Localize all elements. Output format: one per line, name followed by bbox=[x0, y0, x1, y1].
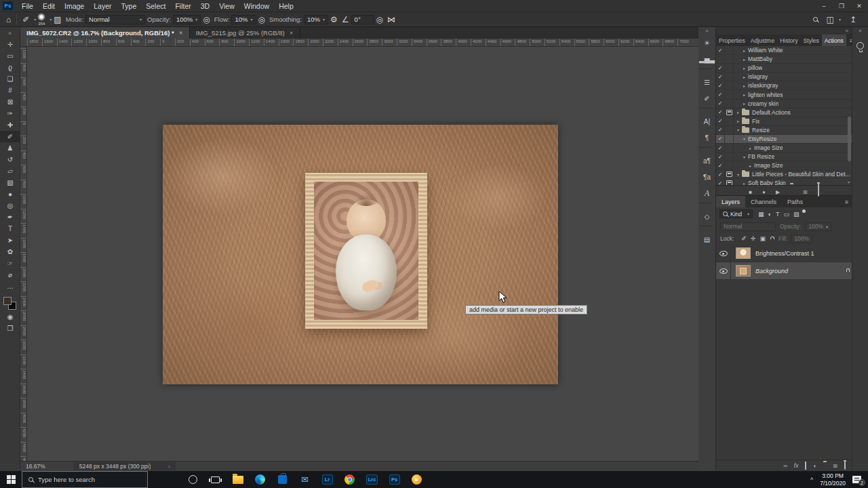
action-modal-toggle[interactable] bbox=[725, 144, 734, 152]
menu-layer[interactable]: Layer bbox=[89, 2, 116, 10]
menu-image[interactable]: Image bbox=[60, 2, 89, 10]
expand-panel-icon[interactable]: » bbox=[0, 27, 20, 39]
pixel-layers-filter-icon[interactable]: ▦ bbox=[758, 211, 764, 218]
layers-menu-icon[interactable]: ≡ bbox=[842, 196, 852, 207]
new-layer-button[interactable]: ⊞ bbox=[833, 462, 837, 469]
eraser-tool[interactable]: ▱ bbox=[0, 165, 20, 177]
pressure-size-icon[interactable]: ◎ bbox=[374, 15, 385, 24]
menu-window[interactable]: Window bbox=[239, 2, 274, 10]
restore-button[interactable]: ❐ bbox=[833, 0, 850, 12]
taskbar-photoshop[interactable]: Ps bbox=[383, 471, 406, 488]
taskbar-cortana[interactable] bbox=[182, 471, 204, 488]
action-check[interactable]: ✓ bbox=[716, 81, 725, 89]
panel-tab-properties[interactable]: Properties bbox=[716, 35, 748, 46]
pen-tool[interactable]: ✒ bbox=[0, 211, 20, 223]
pressure-opacity-icon[interactable]: ◎ bbox=[201, 15, 212, 24]
layer-row[interactable]: Brightness/Contrast 1 bbox=[716, 245, 852, 262]
menu-view[interactable]: View bbox=[214, 2, 239, 10]
shape-layers-filter-icon[interactable]: ▭ bbox=[783, 211, 789, 218]
menu-3d[interactable]: 3D bbox=[196, 2, 214, 10]
action-modal-toggle[interactable] bbox=[725, 117, 734, 125]
expand-arrow-icon[interactable]: ▸ bbox=[743, 66, 745, 70]
action-row[interactable]: ✓▸creamy skin bbox=[716, 100, 852, 108]
close-icon[interactable]: ✕ bbox=[290, 30, 294, 36]
expand-arrow-icon[interactable]: ▸ bbox=[749, 163, 751, 168]
action-check[interactable]: ✓ bbox=[716, 152, 725, 161]
smoothing-select[interactable]: 10% ▾ bbox=[304, 15, 328, 24]
action-row[interactable]: ✓▸islaskingray bbox=[716, 81, 852, 90]
zoom-level-field[interactable]: 16.67% bbox=[26, 463, 45, 470]
menu-type[interactable]: Type bbox=[116, 2, 141, 10]
action-modal-toggle[interactable] bbox=[725, 46, 734, 54]
color-swatches[interactable] bbox=[3, 297, 16, 310]
visibility-toggle[interactable] bbox=[716, 262, 731, 279]
quick-mask-button[interactable]: ◉ bbox=[0, 311, 20, 323]
histogram-panel-icon[interactable]: ▂▅▃ bbox=[699, 52, 715, 66]
close-icon[interactable]: ✕ bbox=[179, 30, 183, 36]
zoom-tool[interactable]: ⌀ bbox=[0, 269, 20, 281]
scroll-down-icon[interactable]: ▾ bbox=[848, 180, 850, 184]
new-action-button[interactable]: ⊞ bbox=[803, 184, 808, 197]
collapse-panels-icon[interactable]: « bbox=[705, 27, 708, 35]
taskbar-lightroom[interactable]: Lr bbox=[316, 471, 338, 488]
expand-arrow-icon[interactable]: ▾ bbox=[743, 155, 745, 159]
minimize-button[interactable]: – bbox=[815, 0, 833, 12]
lock-pixels-button[interactable]: ✐ bbox=[741, 235, 747, 242]
tool-presets-panel-icon[interactable]: ✐ bbox=[699, 91, 715, 106]
brush-tool[interactable]: ✐ bbox=[0, 131, 20, 142]
action-check[interactable]: ✓ bbox=[716, 126, 725, 134]
add-layer-mask-button[interactable] bbox=[805, 462, 806, 469]
discover-lightbulb-icon[interactable] bbox=[856, 42, 864, 49]
close-button[interactable]: ✕ bbox=[850, 0, 868, 12]
expand-arrow-icon[interactable]: ▸ bbox=[743, 83, 745, 88]
action-row[interactable]: ✓▸Default Actions bbox=[716, 108, 852, 117]
symmetry-icon[interactable]: ⋈ bbox=[385, 15, 397, 24]
action-modal-toggle[interactable] bbox=[725, 179, 734, 186]
action-check[interactable]: ✓ bbox=[716, 179, 725, 186]
action-row[interactable]: ✓▸William White bbox=[716, 46, 852, 55]
expand-arrow-icon[interactable]: ▾ bbox=[743, 136, 745, 141]
taskbar-lightroom-classic[interactable]: Lrc bbox=[361, 471, 383, 488]
tab-layers[interactable]: Layers bbox=[716, 196, 745, 207]
start-button[interactable] bbox=[0, 471, 22, 488]
panel-tab-actions[interactable]: Actions bbox=[822, 35, 846, 46]
adjustments-panel-icon[interactable]: ☀ bbox=[699, 35, 715, 50]
brush-angle-input[interactable]: 0° bbox=[351, 15, 374, 24]
status-chevron-icon[interactable]: › bbox=[168, 464, 170, 470]
link-layers-button[interactable]: ∞ bbox=[783, 462, 787, 469]
action-row[interactable]: ✓▸Image Size bbox=[716, 144, 852, 152]
layer-effects-button[interactable]: fx bbox=[794, 462, 799, 469]
lasso-tool[interactable]: ϱ bbox=[0, 62, 20, 73]
expand-arrow-icon[interactable]: ▸ bbox=[743, 57, 745, 62]
menu-select[interactable]: Select bbox=[141, 2, 170, 10]
path-selection-tool[interactable]: ➤ bbox=[0, 235, 20, 246]
action-check[interactable]: ✓ bbox=[716, 135, 725, 143]
action-modal-toggle[interactable] bbox=[725, 152, 734, 161]
delete-layer-button[interactable] bbox=[844, 462, 846, 469]
blend-mode-select[interactable]: Normal ▾ bbox=[85, 15, 145, 24]
action-modal-toggle[interactable] bbox=[725, 81, 734, 89]
frame-tool[interactable]: ⊠ bbox=[0, 96, 20, 108]
blur-tool[interactable]: ● bbox=[0, 188, 20, 200]
toggle-brush-panel-icon[interactable]: ▨ bbox=[52, 15, 63, 24]
scrollbar-thumb[interactable] bbox=[848, 117, 851, 161]
crop-tool[interactable]: # bbox=[0, 85, 20, 96]
spot-healing-brush-tool[interactable]: ✚ bbox=[0, 119, 20, 131]
character-styles-panel-icon[interactable]: a¶ bbox=[699, 153, 715, 168]
taskbar-search-input[interactable]: Type here to search bbox=[22, 471, 148, 488]
dodge-tool[interactable]: ◎ bbox=[0, 200, 20, 211]
opacity-select[interactable]: 100% ▾ bbox=[173, 15, 201, 24]
document-info[interactable]: 5248 px x 3448 px (300 ppi) › bbox=[74, 462, 176, 470]
eyedropper-tool[interactable]: ✑ bbox=[0, 108, 20, 119]
delete-action-button[interactable] bbox=[818, 184, 819, 197]
gradient-tool[interactable]: ▧ bbox=[0, 177, 20, 188]
taskbar-edge[interactable] bbox=[249, 471, 271, 488]
flow-select[interactable]: 10% ▾ bbox=[231, 15, 256, 24]
document-tab[interactable]: IMG_5072.CR2 @ 16.7% (Background, RGB/16… bbox=[20, 27, 190, 39]
taskbar-task-view[interactable] bbox=[204, 471, 226, 488]
object-selection-tool[interactable]: ❏ bbox=[0, 73, 20, 85]
expand-arrow-icon[interactable]: ▾ bbox=[737, 127, 739, 132]
action-check[interactable]: ✓ bbox=[716, 144, 725, 152]
document-tab[interactable]: IMG_5215.jpg @ 25% (RGB/8)✕ bbox=[190, 27, 300, 39]
action-row[interactable]: ✓▾FB Resize bbox=[716, 152, 852, 161]
